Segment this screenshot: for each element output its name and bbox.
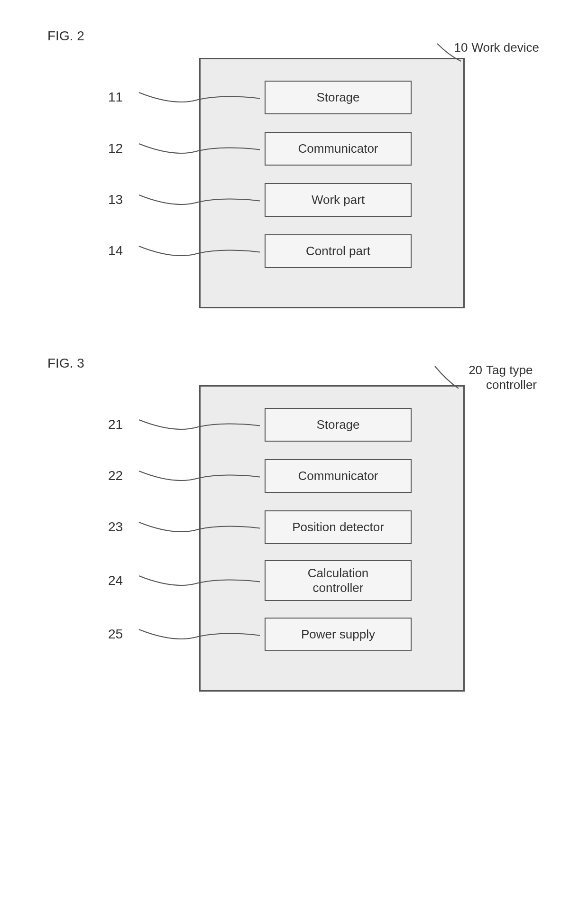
ref-num-22: 22: [108, 468, 123, 483]
work-device-label: 10 Work device: [454, 40, 540, 55]
storage-box: Storage: [265, 81, 412, 114]
figure-3-section: FIG. 3 20 Tag type controller 21 Storage…: [47, 356, 541, 692]
component-row-24: 24 Calculation controller: [227, 559, 449, 602]
ref-num-21: 21: [108, 417, 123, 432]
tag-controller-label: 20 Tag type controller: [469, 363, 537, 392]
ref-num-14: 14: [108, 243, 123, 259]
leader-line-12: [137, 141, 260, 156]
leader-line-23: [137, 520, 260, 534]
component-row-13: 13 Work part: [227, 181, 449, 219]
leader-line-21: [137, 417, 260, 432]
leader-line-22: [137, 469, 260, 483]
component-row-23: 23 Position detector: [227, 508, 449, 546]
calculation-controller-box: Calculation controller: [265, 560, 412, 601]
control-part-box: Control part: [265, 234, 412, 268]
leader-line-13: [137, 193, 260, 207]
component-row-25: 25 Power supply: [227, 615, 449, 653]
ref-num-24: 24: [108, 573, 123, 588]
tag-controller-text: Tag type controller: [486, 363, 537, 392]
component-row-22: 22 Communicator: [227, 457, 449, 495]
work-part-box: Work part: [265, 183, 412, 217]
work-device-box: 10 Work device 11 Storage 12 Communicato…: [199, 58, 465, 308]
leader-line-14: [137, 244, 260, 258]
work-device-text: Work device: [471, 40, 539, 55]
leader-line-24: [137, 573, 260, 588]
storage-box-2: Storage: [265, 408, 412, 442]
component-row-21: 21 Storage: [227, 406, 449, 444]
leader-line-11: [137, 90, 260, 104]
ref-num-13: 13: [108, 192, 123, 207]
power-supply-box: Power supply: [265, 618, 412, 651]
ref-num-12: 12: [108, 141, 123, 156]
communicator-box-2: Communicator: [265, 459, 412, 493]
figure-2-diagram: 10 Work device 11 Storage 12 Communicato…: [76, 58, 503, 308]
leader-line-25: [137, 627, 260, 641]
ref-num-10: 10: [454, 40, 468, 55]
position-detector-box: Position detector: [265, 510, 412, 544]
component-row-14: 14 Control part: [227, 232, 449, 270]
figure-3-diagram: 20 Tag type controller 21 Storage 22 Com…: [76, 385, 503, 692]
component-row-12: 12 Communicator: [227, 129, 449, 167]
tag-controller-box: 20 Tag type controller 21 Storage 22 Com…: [199, 385, 465, 692]
figure-2-section: FIG. 2 10 Work device 11 Storage 12: [47, 28, 541, 308]
ref-num-23: 23: [108, 519, 123, 535]
ref-num-25: 25: [108, 627, 123, 642]
ref-num-20: 20: [469, 363, 482, 378]
communicator-box: Communicator: [265, 132, 412, 166]
component-row-11: 11 Storage: [227, 78, 449, 116]
ref-num-11: 11: [108, 90, 123, 105]
